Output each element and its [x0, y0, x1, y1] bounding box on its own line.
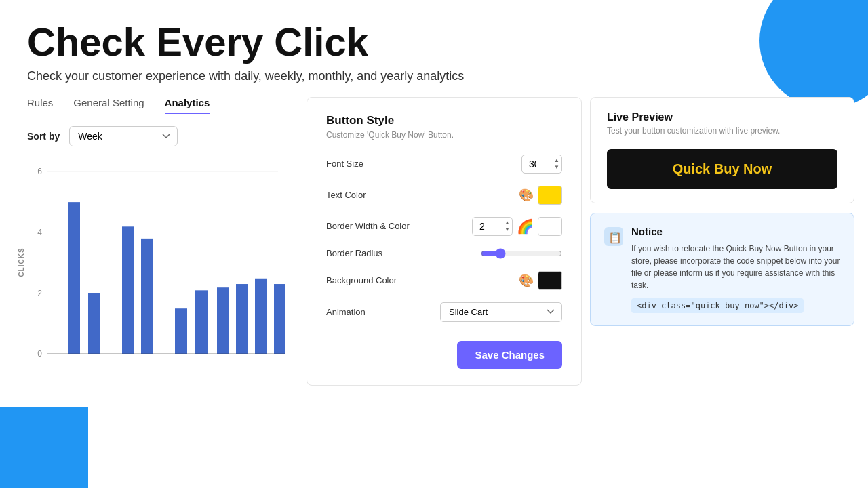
font-size-label: Font Size	[326, 159, 363, 169]
border-radius-slider[interactable]	[481, 248, 562, 259]
font-size-input-wrap: ▲ ▼	[521, 155, 562, 174]
button-style-title: Button Style	[326, 114, 562, 127]
notice-code: <div class="quick_buy_now"></div>	[631, 298, 804, 313]
animation-select[interactable]: None Slide Cart Fade Bounce	[440, 302, 562, 322]
border-radius-label: Border Radius	[326, 248, 382, 258]
border-width-color-row: Border Width & Color ▲ ▼ 🌈	[326, 217, 562, 236]
sort-select[interactable]: Day Week Month Year	[69, 126, 178, 146]
bg-color-wheel-icon: 🎨	[519, 273, 534, 288]
border-width-input-wrap: ▲ ▼	[472, 217, 513, 236]
sort-row: Sort by Day Week Month Year	[27, 126, 285, 146]
svg-text:📋: 📋	[608, 231, 622, 244]
text-color-control: 🎨	[519, 186, 562, 205]
hero-title: Check Every Click	[27, 20, 841, 64]
bar-chart: 6 4 2 0	[27, 157, 285, 367]
live-preview-card: Live Preview Test your button customizat…	[590, 97, 854, 203]
background-color-swatch[interactable]	[538, 271, 562, 290]
bar-8	[236, 284, 248, 354]
text-color-swatch[interactable]	[538, 186, 562, 205]
button-style-subtitle: Customize 'Quick Buy Now' Button.	[326, 130, 562, 140]
animation-control: None Slide Cart Fade Bounce	[440, 302, 562, 322]
tab-analytics[interactable]: Analytics	[165, 97, 210, 114]
border-radius-row: Border Radius	[326, 248, 562, 259]
bar-6	[195, 290, 208, 354]
notice-card: 📋 Notice If you wish to relocate the Qui…	[590, 213, 854, 326]
bar-10	[274, 284, 285, 354]
save-row: Save Changes	[326, 334, 562, 369]
bottom-left-decoration	[0, 407, 88, 488]
color-wheel-icon: 🎨	[519, 188, 534, 203]
border-color-swatch[interactable]	[538, 217, 562, 236]
hero-subtitle: Check your customer experience with dail…	[27, 69, 841, 83]
tabs-container: Rules General Setting Analytics	[27, 97, 285, 114]
border-width-increment[interactable]: ▲	[503, 220, 511, 226]
border-width-color-label: Border Width & Color	[326, 221, 410, 231]
text-color-row: Text Color 🎨	[326, 186, 562, 205]
tab-rules[interactable]: Rules	[27, 97, 53, 114]
font-size-increment[interactable]: ▲	[553, 157, 561, 164]
bar-4	[141, 239, 153, 354]
quick-buy-now-button[interactable]: Quick Buy Now	[607, 149, 837, 189]
hero-section: Check Every Click Check your customer ex…	[0, 0, 868, 90]
svg-text:4: 4	[37, 227, 42, 237]
main-content: Rules General Setting Analytics Sort by …	[0, 97, 868, 386]
background-color-row: Background Color 🎨	[326, 271, 562, 290]
notice-title: Notice	[631, 226, 840, 237]
font-size-control: ▲ ▼	[521, 155, 562, 174]
analytics-panel: Rules General Setting Analytics Sort by …	[14, 97, 298, 386]
bar-9	[255, 279, 267, 354]
text-color-label: Text Color	[326, 190, 366, 200]
svg-text:6: 6	[37, 166, 42, 176]
bar-3	[122, 226, 134, 354]
bar-2	[88, 293, 100, 354]
right-panel: Live Preview Test your button customizat…	[590, 97, 854, 386]
notice-icon: 📋	[604, 227, 623, 313]
border-radius-control	[481, 248, 562, 259]
live-preview-title: Live Preview	[607, 111, 837, 123]
bar-5	[175, 308, 187, 354]
chart-y-label: CLICKS	[18, 247, 25, 277]
notice-content: Notice If you wish to relocate the Quick…	[631, 226, 840, 313]
border-color-wheel-icon: 🌈	[517, 218, 534, 235]
animation-row: Animation None Slide Cart Fade Bounce	[326, 302, 562, 322]
background-color-label: Background Color	[326, 275, 397, 285]
background-color-control: 🎨	[519, 271, 562, 290]
button-style-panel: Button Style Customize 'Quick Buy Now' B…	[307, 97, 582, 386]
save-changes-button[interactable]: Save Changes	[457, 341, 562, 369]
svg-text:2: 2	[37, 288, 42, 298]
border-width-decrement[interactable]: ▼	[503, 226, 511, 233]
font-size-row: Font Size ▲ ▼	[326, 155, 562, 174]
svg-text:0: 0	[37, 349, 42, 359]
tab-general-setting[interactable]: General Setting	[73, 97, 144, 114]
bar-1	[68, 202, 80, 354]
live-preview-subtitle: Test your button customization with live…	[607, 126, 837, 136]
border-width-color-control: ▲ ▼ 🌈	[472, 217, 562, 236]
sort-label: Sort by	[27, 131, 60, 142]
font-size-decrement[interactable]: ▼	[553, 164, 561, 171]
notice-text: If you wish to relocate the Quick Buy No…	[631, 243, 840, 291]
animation-label: Animation	[326, 307, 366, 317]
bar-7	[217, 287, 229, 354]
chart-container: CLICKS 6 4 2 0	[27, 157, 285, 367]
